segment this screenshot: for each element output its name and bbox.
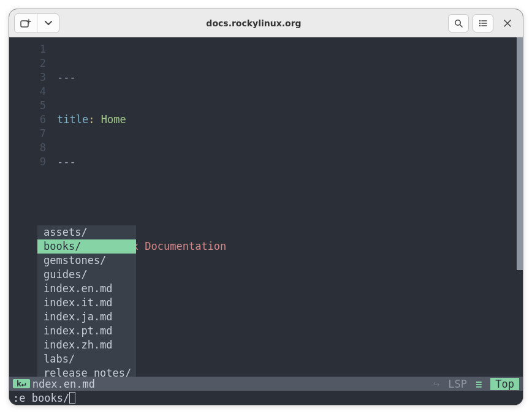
completion-item[interactable]: labs/	[37, 352, 136, 366]
titlebar: docs.rockylinux.org	[9, 9, 523, 37]
svg-point-4	[479, 24, 481, 26]
completion-item[interactable]: index.ja.md	[37, 310, 136, 324]
completion-item[interactable]: index.en.md	[37, 282, 136, 296]
completion-menu[interactable]: assets/ books/ gemstones/ guides/ index.…	[37, 225, 136, 377]
yaml-key: title	[57, 113, 88, 126]
new-tab-icon	[20, 19, 31, 28]
tab-dropdown-button[interactable]	[37, 14, 59, 32]
line-number: 7	[9, 127, 46, 141]
cursor	[69, 392, 75, 404]
completion-item[interactable]: assets/	[37, 225, 136, 239]
status-bar: k↵ ndex.en.md ↪ LSP ≡ Top	[9, 377, 523, 391]
editor-area[interactable]: 1 2 3 4 5 6 7 8 9 --- title: Home --- # …	[9, 37, 523, 377]
app-window: docs.rockylinux.org 1 2 3 4 5 6 7 8 9	[9, 9, 523, 405]
search-button[interactable]	[448, 14, 469, 32]
close-button[interactable]	[497, 14, 518, 32]
close-icon	[504, 20, 511, 27]
completion-item[interactable]: gemstones/	[37, 254, 136, 268]
yaml-colon: :	[88, 113, 94, 126]
command-text: :e books/	[13, 392, 69, 404]
frontmatter-delim: ---	[57, 156, 76, 168]
svg-point-3	[479, 22, 481, 23]
line-number: 4	[9, 85, 46, 99]
list-icon	[479, 20, 487, 27]
editor-mode-badge: k↵	[13, 379, 30, 388]
completion-item[interactable]: guides/	[37, 268, 136, 282]
gutter: 1 2 3 4 5 6 7 8 9	[9, 42, 52, 169]
line-number: 8	[9, 141, 46, 155]
search-icon	[454, 19, 463, 28]
window-title: docs.rockylinux.org	[62, 18, 446, 28]
lsp-indicator: LSP	[448, 378, 467, 390]
completion-item[interactable]: index.it.md	[37, 296, 136, 310]
menu-button[interactable]	[473, 14, 493, 32]
tab-controls	[14, 13, 59, 33]
titlebar-right	[448, 14, 518, 32]
completion-item[interactable]: books/	[37, 239, 136, 254]
line-number: 2	[9, 56, 46, 70]
wrap-icon: ↪	[433, 378, 439, 390]
yaml-value: Home	[94, 113, 126, 126]
status-filename: ndex.en.md	[32, 378, 95, 390]
line-number: 3	[9, 70, 46, 85]
status-left: k↵ ndex.en.md	[13, 378, 95, 390]
completion-item[interactable]: index.pt.md	[37, 324, 136, 338]
svg-point-2	[479, 20, 481, 21]
completion-item[interactable]: index.zh.md	[37, 338, 136, 352]
line-number: 6	[9, 113, 46, 127]
chevron-down-icon	[45, 21, 52, 26]
completion-item[interactable]: release_notes/	[37, 366, 136, 377]
scroll-position: Top	[490, 378, 519, 390]
scrollbar[interactable]	[517, 37, 523, 270]
status-right: ↪ LSP ≡ Top	[433, 378, 519, 390]
line-number: 1	[9, 42, 46, 56]
frontmatter-delim: ---	[57, 71, 76, 83]
line-number: 5	[9, 99, 46, 113]
blank-line	[57, 197, 515, 211]
line-number: 9	[9, 155, 46, 169]
command-line[interactable]: :e books/	[9, 391, 523, 405]
menu-icon: ≡	[476, 378, 482, 390]
new-tab-button[interactable]	[15, 14, 37, 32]
